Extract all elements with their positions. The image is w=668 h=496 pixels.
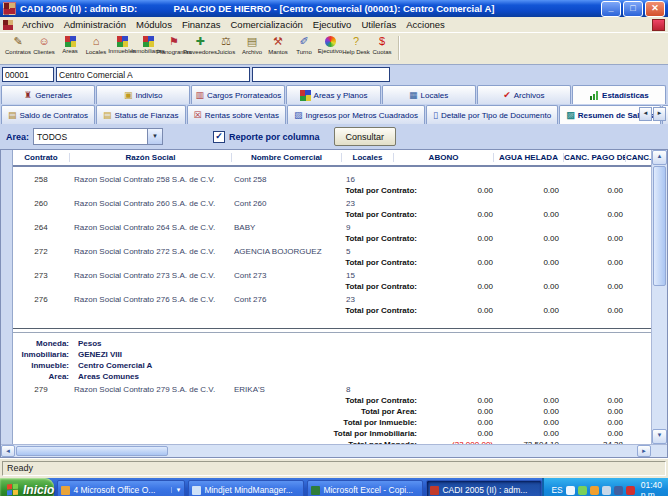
column-header-contrato[interactable]: Contrato <box>13 153 69 162</box>
area-combobox[interactable]: TODOS ▼ <box>33 128 163 145</box>
taskbar-task-mindjet-mindmanager[interactable]: Mindjet MindManager... <box>188 480 304 496</box>
column-header-agua-helada[interactable]: AGUA HELADA <box>493 153 563 162</box>
menu-item-comercializacion[interactable]: Comercialización <box>225 19 307 30</box>
total-value: 0.00 <box>559 428 623 439</box>
tab-generales[interactable]: ♜Generales <box>1 85 95 104</box>
horizontal-scrollbar[interactable]: ◄ ► <box>1 444 651 457</box>
taskbar-task-cadi-2005-ii-adm[interactable]: CADI 2005 (II) : adm... <box>426 480 542 496</box>
menu-item-acciones[interactable]: Acciones <box>401 19 450 30</box>
tab-rentas-sobre-ventas[interactable]: ☒Rentas sobre Ventas <box>187 105 286 124</box>
close-button[interactable]: ✕ <box>645 1 665 17</box>
total-value: 0.00 <box>493 257 559 268</box>
toolbar-button-ejecutivo[interactable]: Ejecutivo <box>317 35 343 54</box>
toolbar-button-cuotas[interactable]: $Cuotas <box>369 35 395 55</box>
toolbar-button-clientes[interactable]: ☺Clientes <box>31 35 57 55</box>
mdi-close-icon[interactable] <box>652 19 665 31</box>
tab-locales[interactable]: ▦Locales <box>382 85 476 104</box>
menu-item-modulos[interactable]: Módulos <box>131 19 177 30</box>
tab-scroll-right-icon[interactable]: ► <box>653 107 666 121</box>
column-header-razon-social[interactable]: Razón Social <box>69 153 231 162</box>
antivirus-shield-icon[interactable] <box>626 486 635 495</box>
record-extra-field[interactable] <box>252 67 390 82</box>
horizontal-scroll-thumb[interactable] <box>16 446 168 456</box>
tab-scroll-left-icon[interactable]: ◄ <box>639 107 652 121</box>
cell-loc: 8 <box>341 384 393 395</box>
toolbar-button-archivo[interactable]: ▤Archivo <box>239 35 265 55</box>
scroll-down-icon[interactable]: ▼ <box>652 429 667 444</box>
menu-item-archivo[interactable]: Archivo <box>17 19 59 30</box>
total-value: 0.00 <box>493 209 559 220</box>
combo-dropdown-icon[interactable]: ▼ <box>147 129 162 144</box>
consult-button[interactable]: Consultar <box>334 127 397 146</box>
record-name-field[interactable] <box>56 67 250 82</box>
column-header-canc-p[interactable]: CANC. P <box>625 153 651 162</box>
group-value: Pesos <box>69 338 102 349</box>
toolbar-button-proveedores[interactable]: ✚Proveedores <box>187 35 213 55</box>
tab-saldo-de-contratos[interactable]: ▤Saldo de Contratos <box>1 105 95 124</box>
total-value: 0.00 <box>559 417 623 428</box>
total-value: 0.00 <box>417 257 493 268</box>
vertical-scrollbar[interactable]: ▲ ▼ <box>651 150 667 444</box>
column-header-abono[interactable]: ABONO <box>393 153 493 162</box>
proveedores-icon: ✚ <box>195 35 204 48</box>
toolbar-button-help-desk[interactable]: ?Help Desk <box>343 35 369 55</box>
volume-icon[interactable] <box>614 486 623 495</box>
column-header-nombre-comercial[interactable]: Nombre Comercial <box>231 153 341 162</box>
tab-cargos-prorrateados[interactable]: ▥Cargos Prorrateados <box>191 85 285 104</box>
tab-detalle-por-tipo-de-documento[interactable]: ▯Detalle por Tipo de Documento <box>426 105 558 124</box>
hide-icons-chevron-icon[interactable] <box>566 486 575 495</box>
restore-button[interactable]: □ <box>623 1 643 17</box>
table-row-contract-258[interactable]: 258Razon Social Contrato 258 S.A. de C.V… <box>13 174 651 185</box>
cell-loc: 5 <box>341 246 393 257</box>
scroll-right-icon[interactable]: ► <box>637 445 651 457</box>
start-button[interactable]: Inicio <box>0 478 54 496</box>
toolbar-button-mantos[interactable]: ⚒Mantos <box>265 35 291 55</box>
toolbar-button-juicios[interactable]: ⚖Juicios <box>213 35 239 55</box>
table-row-contract-273[interactable]: 273Razon Social Contrato 273 S.A. de C.V… <box>13 270 651 281</box>
cell-nombre: Cont 276 <box>231 294 341 305</box>
column-header-locales[interactable]: Locales <box>341 153 393 162</box>
tab-status-de-fianzas[interactable]: ▤Status de Fianzas <box>96 105 186 124</box>
menu-item-utilerias[interactable]: Utilerías <box>356 19 401 30</box>
menu-item-ejecutivo[interactable]: Ejecutivo <box>308 19 357 30</box>
task-label: 4 Microsoft Office O... <box>73 485 155 495</box>
table-row-contract-279[interactable]: 279Razon Social Contrato 279 S.A. de C.V… <box>13 384 651 395</box>
tab-estadisticas[interactable]: Estadísticas <box>572 85 666 104</box>
task-dropdown-icon[interactable]: ▼ <box>171 487 181 493</box>
scroll-left-icon[interactable]: ◄ <box>1 445 15 457</box>
tab-areas-y-planos[interactable]: Areas y Planos <box>286 85 380 104</box>
column-header-canc-pago-de-man[interactable]: CANC. PAGO DE MAN <box>563 153 625 162</box>
toolbar-button-locales[interactable]: ⌂Locales <box>83 35 109 55</box>
table-row-contract-276[interactable]: 276Razon Social Contrato 276 S.A. de C.V… <box>13 294 651 305</box>
cell-razon: Razon Social Contrato 258 S.A. de C.V. <box>69 174 231 185</box>
messenger-icon[interactable] <box>578 486 587 495</box>
display-icon[interactable] <box>602 486 611 495</box>
vertical-scroll-thumb[interactable] <box>653 166 666 286</box>
menu-item-administracion[interactable]: Administración <box>59 19 131 30</box>
report-by-column-checkbox[interactable]: ✓ <box>213 131 225 143</box>
menu-item-finanzas[interactable]: Finanzas <box>177 19 226 30</box>
toolbar-button-areas[interactable]: Areas <box>57 35 83 54</box>
record-code-field[interactable] <box>2 67 54 82</box>
archive-icon: ▤ <box>247 35 257 48</box>
tab-ingresos-por-metros-cuadrados[interactable]: ▨Ingresos por Metros Cuadrados <box>287 105 425 124</box>
language-indicator[interactable]: ES <box>551 485 562 495</box>
toolbar-button-turno[interactable]: ✐Turno <box>291 35 317 55</box>
minimize-button[interactable]: _ <box>601 1 621 17</box>
total-value: 0.00 <box>417 185 493 196</box>
updates-icon[interactable] <box>590 486 599 495</box>
total-row-total-por-contrato: Total por Contrato:0.000.000.00 <box>13 257 651 268</box>
scroll-up-icon[interactable]: ▲ <box>652 150 667 165</box>
total-value: 0.00 <box>493 281 559 292</box>
toolbar-button-contratos[interactable]: ✎Contratos <box>5 35 31 55</box>
taskbar-task-microsoft-excel-copi[interactable]: Microsoft Excel - Copi... <box>307 480 423 496</box>
taskbar-task-4-microsoft-office-o[interactable]: 4 Microsoft Office O...▼ <box>57 480 185 496</box>
table-row-contract-264[interactable]: 264Razon Social Contrato 264 S.A. de C.V… <box>13 222 651 233</box>
areas-icon <box>65 36 76 47</box>
table-row-contract-260[interactable]: 260Razon Social Contrato 260 S.A. de C.V… <box>13 198 651 209</box>
tab-archivos[interactable]: ✔Archivos <box>477 85 571 104</box>
tab-indiviso[interactable]: ▣Indiviso <box>96 85 190 104</box>
inmobiliarias-icon <box>143 36 154 47</box>
cell-nombre: Cont 273 <box>231 270 341 281</box>
table-row-contract-272[interactable]: 272Razon Social Contrato 272 S.A. de C.V… <box>13 246 651 257</box>
